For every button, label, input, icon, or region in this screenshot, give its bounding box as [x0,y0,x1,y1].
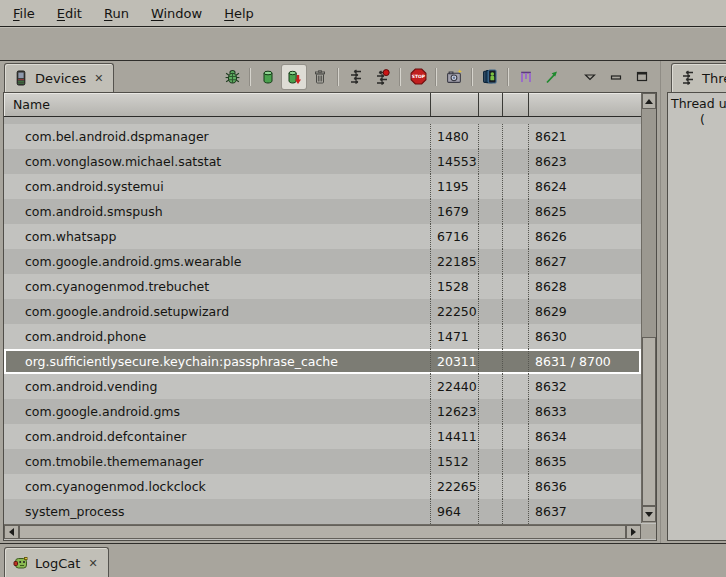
opengl-trace-icon[interactable] [540,65,564,89]
scroll-up-button[interactable] [642,93,656,109]
cell-pid: 22440 [430,374,478,399]
vertical-scrollbar[interactable] [641,93,656,523]
cell-client-name: com.tmobile.thememanager [4,449,430,474]
horizontal-scrollbar[interactable] [4,524,641,539]
cell-status-2 [502,449,528,474]
cell-status-2 [502,499,528,524]
cell-status-1 [478,224,502,249]
cell-client-name: com.bel.android.dspmanager [4,124,430,149]
cell-client-name: com.cyanogenmod.lockclock [4,474,430,499]
cell-pid: 22250 [430,299,478,324]
cell-status-2 [502,324,528,349]
table-row[interactable]: com.android.phone14718630 [4,324,641,349]
table-row[interactable]: com.vonglasow.michael.satstat145538623 [4,149,641,174]
vertical-scrollbar-thumb[interactable] [642,337,656,506]
horizontal-scrollbar-thumb[interactable] [19,525,626,539]
table-row[interactable]: com.cyanogenmod.lockclock222658636 [4,474,641,499]
table-row[interactable]: com.android.systemui11958624 [4,174,641,199]
cell-status-2 [502,299,528,324]
toolbar-separator [249,68,251,86]
cell-client-name: com.google.android.gms [4,399,430,424]
cell-pid: 14411 [430,424,478,449]
column-header-name[interactable]: Name [4,93,430,116]
column-header-3[interactable] [478,93,502,116]
partially-scrolled-row[interactable] [4,117,641,124]
cell-client-name: com.android.systemui [4,174,430,199]
toolbar-separator [337,68,339,86]
minimize-icon[interactable] [604,65,628,89]
toolbar-separator [471,68,473,86]
cell-status-2 [502,249,528,274]
debug-process-icon[interactable] [220,65,244,89]
table-row[interactable]: com.google.android.gms.wearable221858627 [4,249,641,274]
maximize-icon[interactable] [630,65,654,89]
cell-pid: 1195 [430,174,478,199]
thread-status-message-line2: ( [700,112,726,127]
cell-pid: 12623 [430,399,478,424]
tab-logcat[interactable]: LogCat ✕ [4,547,109,577]
column-header-pid[interactable] [430,93,478,116]
cell-port: 8630 [528,324,641,349]
menu-run[interactable]: Run [93,0,140,27]
tab-logcat-close-icon[interactable]: ✕ [86,557,99,570]
table-row[interactable]: com.whatsapp67168626 [4,224,641,249]
thread-status-message-line1: Thread up [671,96,726,111]
scroll-down-button[interactable] [642,506,656,522]
cell-status-1 [478,399,502,424]
table-row[interactable]: com.android.defcontainer144118634 [4,424,641,449]
table-row[interactable]: system_process9648637 [4,499,641,524]
menu-help[interactable]: Help [213,0,265,27]
phone-icon [13,70,29,86]
cell-port: 8634 [528,424,641,449]
menu-bar: FileEditRunWindowHelp [0,0,726,27]
ddms-window: { "menu": { "items": ["File", "Edit", "R… [0,0,726,577]
screen-capture-icon[interactable] [442,65,466,89]
scroll-left-button[interactable] [4,525,19,539]
column-header-4[interactable] [502,93,528,116]
update-threads-icon[interactable] [344,65,368,89]
update-heap-icon[interactable] [256,65,280,89]
tab-devices-close-icon[interactable]: ✕ [92,72,105,85]
tab-threads[interactable]: Threads ✕ [671,63,726,92]
cell-port: 8623 [528,149,641,174]
cell-port: 8635 [528,449,641,474]
cell-status-2 [502,199,528,224]
threads-panel: Threads ✕ Thread up ( [667,61,726,543]
tab-devices[interactable]: Devices ✕ [4,63,114,92]
cell-pid: 20311 [430,349,478,374]
cell-pid: 1471 [430,324,478,349]
menu-window[interactable]: Window [140,0,213,27]
panel-sash[interactable] [660,61,667,543]
cell-client-name: org.sufficientlysecure.keychain:passphra… [4,349,430,374]
table-row[interactable]: com.cyanogenmod.trebuchet15288628 [4,274,641,299]
cell-status-1 [478,374,502,399]
cell-pid: 22185 [430,249,478,274]
column-header-port[interactable] [528,93,641,116]
cell-port: 8621 [528,124,641,149]
devices-panel: Devices ✕ STOP Name com.bel.android.dspm… [0,61,660,543]
table-row[interactable]: com.android.smspush16798625 [4,199,641,224]
scroll-right-button[interactable] [626,525,641,539]
cell-status-2 [502,399,528,424]
start-method-profiling-icon[interactable] [370,65,394,89]
view-menu-icon[interactable] [578,65,602,89]
cell-status-2 [502,274,528,299]
cell-status-2 [502,349,528,374]
table-row[interactable]: com.android.vending224408632 [4,374,641,399]
table-row[interactable]: com.bel.android.dspmanager14808621 [4,124,641,149]
systrace-icon[interactable] [514,65,538,89]
cause-gc-icon[interactable] [308,65,332,89]
stop-process-icon[interactable]: STOP [406,65,430,89]
table-header[interactable]: Name [4,93,641,117]
table-row[interactable]: com.tmobile.thememanager15128635 [4,449,641,474]
table-row[interactable]: com.google.android.setupwizard222508629 [4,299,641,324]
table-row[interactable]: com.google.android.gms126238633 [4,399,641,424]
cell-client-name: com.google.android.setupwizard [4,299,430,324]
dump-hprof-icon[interactable] [282,65,306,89]
cell-status-2 [502,474,528,499]
table-row[interactable]: org.sufficientlysecure.keychain:passphra… [4,349,641,374]
cell-status-1 [478,149,502,174]
multi-device-capture-icon[interactable] [478,65,502,89]
menu-file[interactable]: File [2,0,46,27]
menu-edit[interactable]: Edit [46,0,93,27]
